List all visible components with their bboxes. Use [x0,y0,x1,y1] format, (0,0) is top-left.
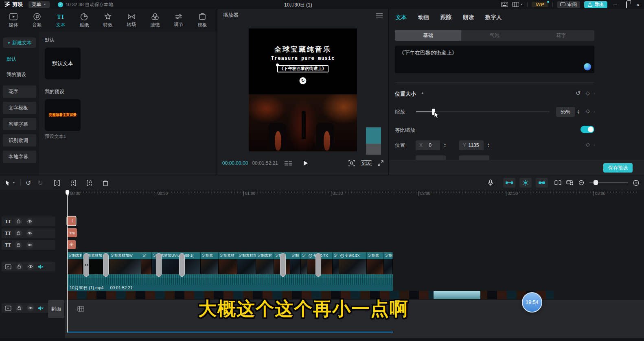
eye-icon[interactable] [26,218,33,225]
lock-icon[interactable] [15,304,23,312]
transition-marker[interactable] [83,253,89,277]
fullscreen-icon[interactable] [378,160,383,166]
selection-handle[interactable] [276,63,279,66]
tab-sticker[interactable]: 贴纸 [72,9,96,32]
zoom-slider-handle[interactable] [594,180,598,185]
sidebar-item-lyrics-recognition[interactable]: 识别歌词 [3,134,36,146]
tab-audio[interactable]: 音频 [25,9,49,32]
transition-marker[interactable] [179,253,185,277]
tab-text[interactable]: TI 文本 [49,9,72,32]
layout-switch-button[interactable]: ▼ [512,2,523,7]
timeline-zoom-slider[interactable] [589,182,628,183]
tab-templates[interactable]: 模板 [191,9,214,32]
video-clip[interactable]: ↻ 定制素 [201,252,219,274]
lock-icon[interactable] [15,230,22,237]
video-preview[interactable]: 全球宝藏纯音乐 Treasure pure music 《下午在巴黎的街道上》 … [249,28,357,151]
default-text-card[interactable]: 默认文本 [45,48,81,79]
x-stepper[interactable]: ▲▼ [442,140,448,150]
frame-preview-icon[interactable] [285,161,292,166]
floating-timer-bubble[interactable]: 19:54 [522,292,542,313]
video-clip[interactable]: ↻ 定制素材加 [237,252,256,274]
mute-speaker-icon[interactable] [38,264,44,269]
uniform-scale-toggle[interactable] [580,126,594,133]
transition-marker[interactable] [156,253,162,277]
player-menu-icon[interactable] [376,13,383,17]
text-clip-selected[interactable]: 《 [67,216,76,225]
film-strip-icon[interactable] [77,306,84,312]
position-x-input[interactable]: X 0 [416,140,440,150]
save-preset-button[interactable]: 保存预设 [603,163,633,173]
selected-text-element[interactable]: 《下午在巴黎的街道上》 [277,65,329,72]
keyframe-diamond-icon[interactable]: ◇ [586,108,590,114]
lock-icon[interactable] [15,263,23,270]
keyframe-diamond-icon[interactable]: ◇ [586,141,590,147]
cover-button[interactable]: 封面 [48,300,64,318]
tab-adjust[interactable]: 调节 [167,9,191,32]
collapse-caret-icon[interactable]: ▲ [421,91,424,95]
tab-filters[interactable]: 滤镜 [143,9,167,32]
split-preview-axis-button[interactable] [554,180,561,186]
scroll-swatch-teal[interactable] [366,127,381,144]
text-clip[interactable]: 全 [67,240,76,249]
sidebar-item-local-subtitles[interactable]: 本地字幕 [3,151,36,163]
record-voiceover-button[interactable] [488,179,493,186]
sidebar-item-default[interactable]: 默认 [0,52,39,66]
menu-button[interactable]: 菜单 ▼ [28,1,50,8]
new-text-button[interactable]: ▼ 新建文本 [3,37,36,48]
undo-button[interactable]: ↺ [26,179,31,187]
video-clip[interactable]: ↻ 定制素 [384,252,393,274]
zoom-out-button[interactable] [578,180,585,186]
tab-transitions[interactable]: 转场 [120,9,143,32]
eye-icon[interactable] [26,241,33,249]
position-y-input[interactable]: Y 1135 [459,140,484,150]
subtab-bubble[interactable]: 气泡 [461,30,528,41]
scale-stepper[interactable]: ▲▼ [576,107,581,117]
tab-effects[interactable]: 特效 [96,9,120,32]
text-clip[interactable]: Tre [67,228,77,237]
video-clip[interactable]: ↻ 变速0.5X [339,252,367,274]
tab-text-settings[interactable]: 文本 [396,14,407,21]
split-right-button[interactable] [86,180,93,186]
video-clip[interactable]: ↻ 定制素材 [256,252,274,274]
magnetic-snap-toggle[interactable] [503,178,515,188]
video-clip[interactable]: ↻ 定制素材加W [110,252,141,274]
aspect-ratio-badge[interactable]: 9:16 [361,160,372,166]
select-tool[interactable] [5,180,11,186]
eye-icon[interactable] [27,304,34,312]
linkage-toggle[interactable] [519,178,532,188]
tab-tracking[interactable]: 跟踪 [440,14,451,21]
tab-animation[interactable]: 动画 [418,14,429,21]
eye-icon[interactable] [27,263,34,270]
video-clip[interactable]: ↻ 定 [301,252,307,274]
eye-icon[interactable] [26,230,33,237]
vip-badge[interactable]: VIP [532,2,548,7]
tab-digital-human[interactable]: 数字人 [485,14,502,21]
timeline-ruler-button[interactable] [566,180,574,186]
play-button[interactable] [303,160,308,166]
lock-icon[interactable] [15,241,22,249]
tab-media[interactable]: 媒体 [2,9,25,32]
transition-marker[interactable] [280,253,286,277]
review-button[interactable]: 审阅 [557,1,580,8]
window-restore-button[interactable] [623,2,630,8]
sidebar-item-fancy-text[interactable]: 花字 [3,85,36,98]
redo-button[interactable]: ↻ [37,179,43,187]
transition-marker[interactable] [315,253,321,277]
select-tool-dropdown[interactable]: ▼ [12,181,15,184]
lock-icon[interactable] [15,218,22,225]
video-clip[interactable]: ↻ 定制素 [367,252,384,274]
video-clip[interactable]: ↻ 定 [141,252,152,274]
delete-button[interactable] [103,180,108,186]
window-minimize-button[interactable]: ─ [611,2,619,8]
scroll-swatch-gray[interactable] [366,144,381,155]
export-button[interactable]: 导出 [584,1,607,8]
scale-value-box[interactable]: 55% [556,107,575,117]
tab-text-to-speech[interactable]: 朗读 [463,14,474,21]
sidebar-item-text-templates[interactable]: 文字模板 [3,102,36,114]
sidebar-item-auto-captions[interactable]: 智能字幕 [3,118,36,130]
text-content-input[interactable]: 《下午在巴黎的街道上》 [395,46,594,73]
video-clip[interactable]: ↻ 定制素材 [219,252,237,274]
mute-speaker-icon[interactable] [38,306,44,310]
zoom-in-button[interactable] [633,180,639,186]
reset-icon[interactable]: ↺ [576,90,581,97]
